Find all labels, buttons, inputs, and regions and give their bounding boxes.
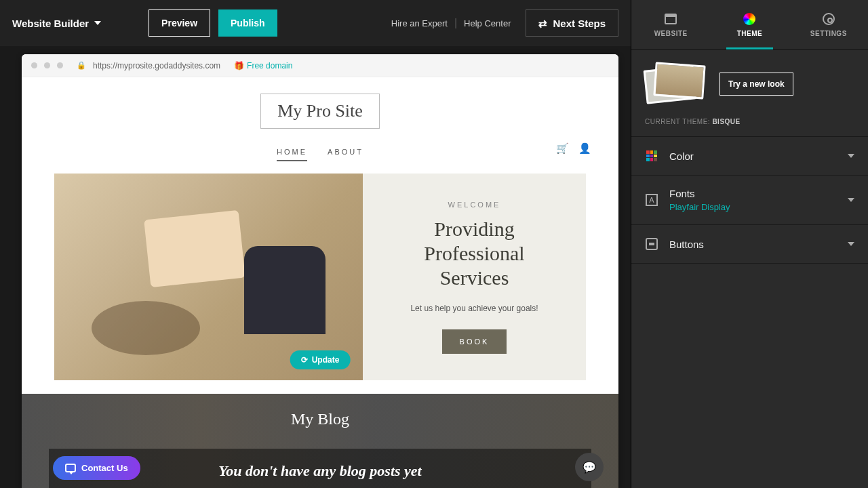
theme-showcase: Try a new look [631, 50, 868, 118]
hero-section[interactable]: WELCOME Providing Professional Services … [54, 174, 586, 380]
tab-website[interactable]: WEBSITE [631, 0, 710, 49]
user-icon[interactable]: 👤 [578, 142, 591, 155]
site-header[interactable]: My Pro Site HOME ABOUT 🛒 👤 [22, 77, 618, 161]
speech-bubble-icon: 💬 [583, 461, 596, 474]
site-preview-frame: 🔒 https://myprosite.godaddysites.com 🎁Fr… [22, 54, 618, 488]
update-pill[interactable]: ⟳ Update [290, 350, 351, 369]
theme-thumbnails[interactable] [645, 64, 706, 104]
site-nav: HOME ABOUT [22, 148, 618, 161]
hero-text[interactable]: WELCOME Providing Professional Services … [363, 174, 586, 380]
hero-eyebrow: WELCOME [448, 201, 501, 209]
accordion-color[interactable]: Color [631, 136, 868, 175]
panel-tabs: WEBSITE THEME SETTINGS [631, 0, 868, 50]
next-steps-button[interactable]: ⇄ Next Steps [526, 9, 618, 37]
help-center-link[interactable]: Help Center [464, 18, 511, 28]
hire-expert-link[interactable]: Hire an Expert [391, 18, 448, 28]
gift-icon: 🎁 [234, 61, 244, 70]
chevron-down-icon [848, 154, 854, 158]
publish-button[interactable]: Publish [218, 9, 277, 37]
try-new-look-button[interactable]: Try a new look [719, 73, 793, 96]
chat-icon [65, 464, 76, 472]
app-switcher[interactable]: Website Builder [12, 18, 101, 29]
blog-title: My Blog [22, 410, 618, 428]
hero-headline-2: Professional [424, 241, 524, 266]
tab-theme[interactable]: THEME [710, 0, 789, 49]
accordion-buttons[interactable]: Buttons [631, 224, 868, 264]
free-domain-link[interactable]: 🎁Free domain [234, 61, 292, 70]
accordion-fonts[interactable]: A Fonts Playfair Display [631, 175, 868, 224]
hero-headline-1: Providing [434, 217, 514, 241]
hero-headline-3: Services [440, 266, 509, 290]
window-dot [31, 62, 37, 68]
contact-us-button[interactable]: Contact Us [53, 456, 140, 480]
chat-fab[interactable]: 💬 [575, 453, 604, 481]
gear-icon [823, 13, 835, 25]
window-dot [44, 62, 50, 68]
browser-icon [665, 14, 677, 24]
nav-home[interactable]: HOME [277, 148, 307, 161]
chevron-down-icon [848, 242, 854, 246]
canvas: 🔒 https://myprosite.godaddysites.com 🎁Fr… [0, 46, 631, 488]
refresh-icon: ⟳ [301, 355, 308, 365]
topbar: Website Builder Preview Publish Hire an … [0, 0, 631, 46]
hero-image[interactable] [54, 174, 363, 380]
font-icon: A [646, 194, 658, 206]
cart-icon[interactable]: 🛒 [556, 142, 569, 155]
current-theme-label: CURRENT THEME: BISQUE [631, 118, 868, 136]
app-name: Website Builder [12, 18, 89, 29]
chevron-down-icon [94, 21, 101, 25]
nav-about[interactable]: ABOUT [328, 148, 363, 161]
preview-button[interactable]: Preview [149, 9, 210, 37]
lock-icon: 🔒 [77, 61, 86, 70]
theme-panel: WEBSITE THEME SETTINGS Try a new look CU… [631, 0, 868, 488]
book-button[interactable]: BOOK [442, 329, 507, 354]
checklist-icon: ⇄ [538, 18, 547, 28]
site-url: https://myprosite.godaddysites.com [93, 61, 220, 70]
chevron-down-icon [848, 198, 854, 202]
site-title[interactable]: My Pro Site [260, 94, 380, 129]
window-dot [57, 62, 63, 68]
hero-sub: Let us help you achieve your goals! [410, 304, 538, 313]
tab-settings[interactable]: SETTINGS [789, 0, 868, 49]
browser-bar: 🔒 https://myprosite.godaddysites.com 🎁Fr… [22, 54, 618, 77]
color-swatch-icon [646, 150, 657, 161]
color-wheel-icon [743, 13, 755, 25]
button-icon [646, 238, 658, 250]
